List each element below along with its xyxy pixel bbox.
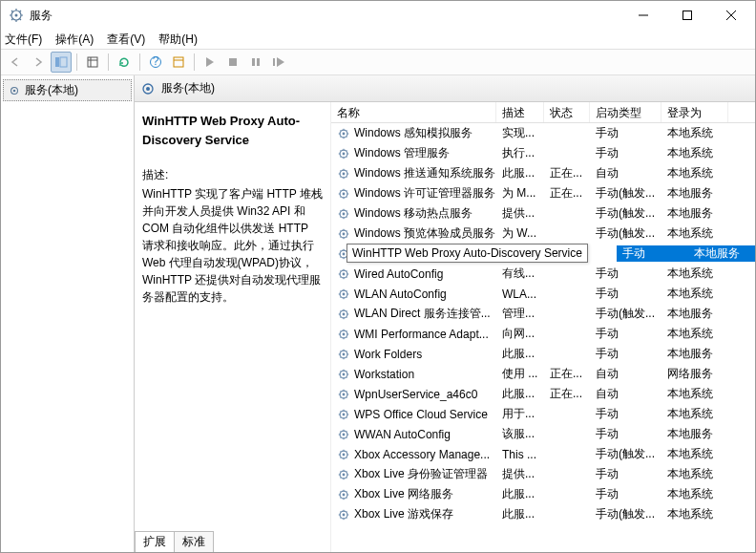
table-row[interactable]: WLAN Direct 服务连接管...管理...手动(触发...本地服务 — [331, 304, 755, 324]
table-row[interactable]: WinHTTP Web Proxy Auto-...WinHTTP Web Pr… — [331, 244, 755, 264]
table-row[interactable]: Xbox Live 网络服务此服...手动本地系统 — [331, 484, 755, 504]
svg-rect-8 — [174, 57, 183, 67]
help-button[interactable]: ? — [145, 52, 166, 73]
table-row[interactable]: WMI Performance Adapt...向网...手动本地系统 — [331, 324, 755, 344]
svg-rect-11 — [257, 58, 260, 66]
properties-button[interactable] — [168, 52, 189, 73]
show-hide-tree-button[interactable] — [51, 52, 72, 73]
back-button — [5, 52, 26, 73]
svg-rect-5 — [88, 57, 97, 67]
col-startup[interactable]: 启动类型 — [590, 102, 662, 122]
menu-file[interactable]: 文件(F) — [5, 32, 42, 48]
cell-desc: 此服... — [496, 346, 544, 362]
svg-rect-3 — [55, 57, 59, 67]
menu-view[interactable]: 查看(V) — [107, 32, 145, 48]
cell-desc: 管理... — [496, 306, 544, 322]
svg-point-44 — [343, 393, 346, 395]
cell-desc: 此服... — [496, 165, 544, 181]
cell-startup: 自动 — [590, 165, 662, 181]
table-row[interactable]: WWAN AutoConfig该服...手动本地服务 — [331, 424, 755, 444]
table-row[interactable]: Windows 预览体验成员服务为 W...手动(触发...本地系统 — [331, 223, 755, 244]
cell-name: Wired AutoConfig — [331, 267, 496, 281]
cell-startup: 手动 — [590, 145, 662, 161]
tab-extended[interactable]: 扩展 — [135, 531, 175, 552]
table-row[interactable]: Windows 移动热点服务提供...手动(触发...本地服务 — [331, 203, 755, 223]
cell-startup: 自动 — [590, 366, 662, 382]
svg-point-1 — [15, 14, 18, 17]
cell-startup: 手动(触发... — [590, 185, 662, 202]
svg-point-18 — [343, 132, 346, 135]
table-row[interactable]: Wired AutoConfig有线...手动本地系统 — [331, 264, 755, 284]
table-row[interactable]: Xbox Live 游戏保存此服...手动(触发...本地系统 — [331, 504, 755, 524]
cell-logon: 本地服务 — [662, 205, 728, 222]
col-desc[interactable]: 描述 — [496, 102, 544, 122]
detail-pane: WinHTTP Web Proxy Auto-Discovery Service… — [135, 102, 330, 552]
cell-desc: 提供... — [496, 205, 544, 222]
col-logon[interactable]: 登录为 — [662, 102, 728, 122]
table-row[interactable]: Windows 管理服务执行...手动本地系统 — [331, 143, 755, 163]
table-row[interactable]: Windows 推送通知系统服务此服...正在...自动本地系统 — [331, 163, 755, 183]
cell-startup: 手动(触发... — [590, 205, 662, 222]
services-list[interactable]: 名称 描述 状态 启动类型 登录为 Windows 感知模拟服务实现...手动本… — [330, 102, 755, 552]
cell-desc: 为 M... — [496, 185, 544, 202]
column-headers[interactable]: 名称 描述 状态 启动类型 登录为 — [331, 102, 755, 123]
tree-pane[interactable]: 服务(本地) — [1, 75, 135, 552]
cell-startup: 手动 — [590, 125, 662, 141]
refresh-button[interactable] — [114, 52, 135, 73]
close-button[interactable] — [709, 1, 753, 30]
col-status[interactable]: 状态 — [544, 102, 590, 122]
svg-rect-4 — [60, 57, 67, 67]
table-row[interactable]: Xbox Live 身份验证管理器提供...手动本地系统 — [331, 464, 755, 484]
table-row[interactable]: WLAN AutoConfigWLA...手动本地系统 — [331, 284, 755, 304]
svg-point-56 — [343, 513, 346, 516]
cell-name: WPS Office Cloud Service — [331, 408, 496, 421]
cell-name: WWAN AutoConfig — [331, 428, 496, 441]
cell-logon: 本地系统 — [662, 266, 728, 282]
cell-logon: 本地系统 — [662, 286, 728, 302]
cell-logon: 本地系统 — [662, 125, 728, 141]
svg-point-22 — [343, 172, 346, 175]
col-name[interactable]: 名称 — [331, 102, 496, 122]
table-row[interactable]: Windows 许可证管理器服务为 M...正在...手动(触发...本地服务 — [331, 183, 755, 203]
cell-name: Xbox Live 身份验证管理器 — [331, 466, 496, 482]
table-row[interactable]: Windows 感知模拟服务实现...手动本地系统 — [331, 123, 755, 143]
gear-icon — [140, 81, 156, 96]
cell-status: 正在... — [544, 386, 590, 402]
menu-action[interactable]: 操作(A) — [55, 32, 94, 48]
cell-desc: 执行... — [496, 145, 544, 161]
cell-logon: 本地系统 — [662, 225, 728, 242]
description-text: WinHTTP 实现了客户端 HTTP 堆栈并向开发人员提供 Win32 API… — [142, 185, 323, 306]
table-row[interactable]: Work Folders此服...手动本地服务 — [331, 344, 755, 364]
restart-service-button — [268, 52, 289, 73]
table-row[interactable]: WPS Office Cloud Service用于...手动本地系统 — [331, 404, 755, 424]
cell-startup: 手动 — [590, 486, 662, 502]
cell-status: 正在... — [544, 366, 590, 382]
cell-logon: 本地服务 — [662, 306, 728, 322]
tab-standard[interactable]: 标准 — [174, 531, 214, 552]
view-tabs: 扩展 标准 — [135, 531, 213, 552]
cell-logon: 本地服务 — [662, 346, 728, 362]
table-row[interactable]: Workstation使用 ...正在...自动网络服务 — [331, 364, 755, 384]
table-row[interactable]: Xbox Accessory Manage...This ...手动(触发...… — [331, 444, 755, 464]
table-row[interactable]: WpnUserService_a46c0此服...正在...自动本地系统 — [331, 384, 755, 404]
svg-point-20 — [343, 152, 346, 155]
svg-point-34 — [343, 292, 346, 295]
svg-rect-9 — [229, 58, 237, 66]
cell-startup: 手动(触发... — [590, 225, 662, 242]
cell-desc: 有线... — [496, 266, 544, 282]
cell-logon: 本地系统 — [662, 145, 728, 161]
tree-item-services-local[interactable]: 服务(本地) — [3, 79, 132, 101]
maximize-button[interactable] — [665, 1, 709, 30]
svg-rect-10 — [252, 58, 255, 66]
cell-logon: 本地系统 — [662, 486, 728, 502]
cell-name: Xbox Live 网络服务 — [331, 486, 496, 502]
export-button[interactable] — [82, 52, 103, 73]
cell-desc: 向网... — [496, 326, 544, 342]
start-service-button — [200, 52, 220, 73]
minimize-button[interactable] — [621, 1, 665, 30]
menu-help[interactable]: 帮助(H) — [158, 32, 198, 48]
cell-startup: 手动 — [590, 406, 662, 422]
title-bar: 服务 — [1, 1, 755, 30]
cell-name: WLAN AutoConfig — [331, 287, 496, 301]
cell-name: Xbox Live 游戏保存 — [331, 506, 496, 522]
